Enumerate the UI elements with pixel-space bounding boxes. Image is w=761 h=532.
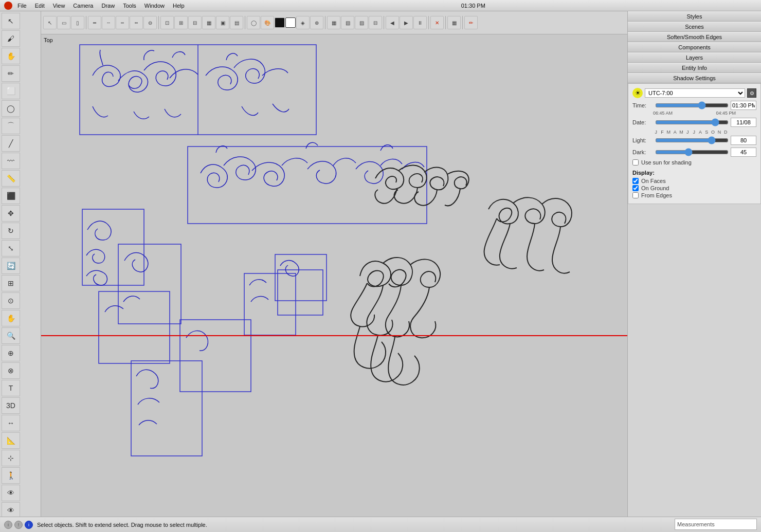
on-faces-checkbox[interactable] xyxy=(632,178,639,184)
tb-pause[interactable]: ⏸ xyxy=(413,16,427,29)
view-label: Top xyxy=(44,37,53,43)
panel-shadow-settings[interactable]: Shadow Settings xyxy=(628,73,761,83)
tool-push-pull[interactable]: ⬛ xyxy=(2,188,20,204)
tb-icon1[interactable]: ◈ xyxy=(296,16,310,29)
tb-sep2 xyxy=(158,16,159,29)
tb-pencil-red[interactable]: ✏ xyxy=(464,16,478,29)
tool-scale[interactable]: ⤡ xyxy=(2,240,20,256)
tb-line3[interactable]: ┅ xyxy=(116,16,129,29)
panel-styles[interactable]: Styles xyxy=(628,11,761,22)
tool-tape[interactable]: 📐 xyxy=(2,432,20,449)
tool-3d-text[interactable]: 3D xyxy=(2,397,20,414)
tb-play[interactable]: ▶ xyxy=(400,16,413,29)
tb-rect1[interactable]: ▭ xyxy=(57,16,70,29)
tb-line5[interactable]: ⊖ xyxy=(143,16,157,29)
tool-rotate[interactable]: ↻ xyxy=(2,223,20,239)
time-input[interactable] xyxy=(731,101,756,110)
tb-white-sq[interactable] xyxy=(285,17,296,28)
panel-components[interactable]: Components xyxy=(628,42,761,52)
tool-text[interactable]: T xyxy=(2,380,20,396)
tool-zoom-ext[interactable]: ⊕ xyxy=(2,345,20,361)
tool-move[interactable]: ✥ xyxy=(2,205,20,222)
from-edges-row: From Edges xyxy=(632,192,756,198)
tb-circle[interactable]: ◯ xyxy=(247,16,260,29)
menu-file[interactable]: File xyxy=(14,3,30,9)
menu-view[interactable]: View xyxy=(50,3,68,9)
tb-grid2[interactable]: ▧ xyxy=(341,16,354,29)
tb-prev[interactable]: ◀ xyxy=(386,16,399,29)
panel-soften[interactable]: Soften/Smooth Edges xyxy=(628,32,761,42)
error-icon: i xyxy=(25,521,33,529)
tool-walk[interactable]: 🚶 xyxy=(2,467,20,484)
tool-circle[interactable]: ◯ xyxy=(2,100,20,117)
tb-black-sq[interactable] xyxy=(275,17,285,28)
menu-edit[interactable]: Edit xyxy=(32,3,48,9)
tool-eraser[interactable]: ✋ xyxy=(2,48,20,64)
tb-rect7[interactable]: ▣ xyxy=(216,16,229,29)
tool-measure[interactable]: 📏 xyxy=(2,170,20,187)
tb-delete[interactable]: ✕ xyxy=(430,16,444,29)
toolbar-area: ↖ ▭ ▯ ━ ╌ ┅ ╍ ⊖ ⊡ ⊞ ⊟ ▦ ▣ ▤ ◯ 🎨 ◈ ⊕ ▦ ▧ … xyxy=(41,11,627,34)
tool-section[interactable]: ⊗ xyxy=(2,362,20,379)
tb-paint[interactable]: 🎨 xyxy=(261,16,274,29)
tb-rect4[interactable]: ⊞ xyxy=(174,16,188,29)
tool-line[interactable]: ╱ xyxy=(2,135,20,152)
tool-select[interactable]: ↖ xyxy=(2,13,20,29)
menu-help[interactable]: Help xyxy=(170,3,188,9)
tb-icon2[interactable]: ⊕ xyxy=(310,16,323,29)
tz-settings-btn[interactable]: ⚙ xyxy=(747,88,756,98)
timezone-select[interactable]: UTC-7:00 xyxy=(645,88,745,98)
tb-rect3[interactable]: ⊡ xyxy=(160,16,174,29)
tb-select[interactable]: ↖ xyxy=(43,16,57,29)
light-slider[interactable] xyxy=(655,137,729,144)
panel-layers[interactable]: Layers xyxy=(628,52,761,63)
tb-sep6 xyxy=(428,16,429,29)
menu-draw[interactable]: Draw xyxy=(98,3,118,9)
tool-orbit[interactable]: ⊙ xyxy=(2,292,20,309)
menu-window[interactable]: Window xyxy=(141,3,168,9)
dark-input[interactable] xyxy=(731,148,756,157)
from-edges-label: From Edges xyxy=(641,192,672,198)
tool-pencil[interactable]: ✏ xyxy=(2,65,20,82)
dark-slider[interactable] xyxy=(655,149,729,156)
tool-axes[interactable]: ⊹ xyxy=(2,450,20,466)
tb-line2[interactable]: ╌ xyxy=(102,16,115,29)
tool-dim[interactable]: ↔ xyxy=(2,415,20,431)
tb-grid1[interactable]: ▦ xyxy=(327,16,340,29)
app-icon xyxy=(4,2,12,10)
tb-line4[interactable]: ╍ xyxy=(130,16,143,29)
tb-grid3[interactable]: ▨ xyxy=(355,16,368,29)
tool-offset[interactable]: ⊞ xyxy=(2,275,20,291)
panel-entity-info[interactable]: Entity Info xyxy=(628,63,761,73)
tool-freehand[interactable]: 〰 xyxy=(2,153,20,169)
tool-pan[interactable]: ✋ xyxy=(2,310,20,326)
tool-look[interactable]: 👁 xyxy=(2,485,20,501)
tb-line1[interactable]: ━ xyxy=(88,16,101,29)
time-row: Time: xyxy=(632,101,756,110)
tool-arc[interactable]: ⌒ xyxy=(2,118,20,134)
tool-box[interactable]: ⬜ xyxy=(2,83,20,99)
scrollwork-right-top xyxy=(375,165,468,206)
tb-rect6[interactable]: ▦ xyxy=(202,16,215,29)
panel-scenes[interactable]: Scenes xyxy=(628,22,761,32)
time-slider[interactable] xyxy=(655,102,729,109)
menu-camera[interactable]: Camera xyxy=(70,3,96,9)
tb-grid4[interactable]: ⊟ xyxy=(369,16,382,29)
tb-rect2[interactable]: ▯ xyxy=(71,16,84,29)
tb-grid5[interactable]: ▦ xyxy=(447,16,461,29)
light-row: Light: xyxy=(632,136,756,145)
tb-rect8[interactable]: ▤ xyxy=(230,16,243,29)
shadow-settings-content: ☀ UTC-7:00 ⚙ Time: 06:45 AM 04:45 PM Dat… xyxy=(628,83,761,204)
light-input[interactable] xyxy=(731,136,756,145)
tool-zoom[interactable]: 🔍 xyxy=(2,327,20,344)
date-input[interactable] xyxy=(731,118,756,127)
tool-follow[interactable]: 🔄 xyxy=(2,258,20,274)
date-slider[interactable] xyxy=(655,119,729,126)
use-sun-checkbox[interactable] xyxy=(632,159,639,166)
tb-rect5[interactable]: ⊟ xyxy=(188,16,202,29)
from-edges-checkbox[interactable] xyxy=(632,192,639,198)
tb-sep8 xyxy=(462,16,463,29)
menu-tools[interactable]: Tools xyxy=(120,3,139,9)
on-ground-checkbox[interactable] xyxy=(632,185,639,191)
tool-paint[interactable]: 🖌 xyxy=(2,30,20,47)
